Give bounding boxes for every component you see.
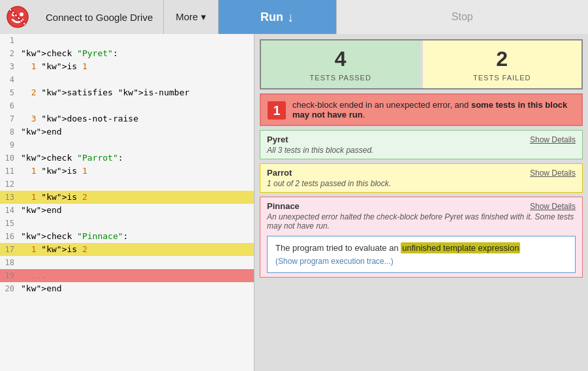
line-number: 8 — [0, 125, 18, 138]
line-content: 3 "kw">does-not-raise — [18, 112, 254, 125]
run-button[interactable]: Run ↓ — [219, 0, 336, 34]
pinnace-block-name: Pinnace — [267, 201, 300, 211]
line-content: 2 "kw">satisfies "kw">is-number — [18, 86, 254, 99]
code-line-11[interactable]: 11 1 "kw">is 1 — [0, 165, 254, 178]
pyret-show-details[interactable]: Show Details — [530, 135, 576, 144]
run-label: Run — [260, 10, 283, 24]
code-line-20[interactable]: 20"kw">end — [0, 282, 254, 295]
connect-google-drive-button[interactable]: Connect to Google Drive — [35, 0, 164, 34]
code-line-4[interactable]: 4 — [0, 73, 254, 86]
code-editor[interactable]: 12"kw">check "Pyret":3 1 "kw">is 145 2 "… — [0, 34, 255, 371]
code-line-13[interactable]: 13 1 "kw">is 2 — [0, 191, 254, 204]
failed-label: TESTS FAILED — [473, 74, 531, 82]
line-content: "kw">end — [18, 125, 254, 138]
pyret-block-name: Pyret — [267, 135, 288, 144]
line-content: "kw">check "Parrot": — [18, 152, 254, 165]
run-arrow-icon: ↓ — [287, 10, 294, 25]
svg-point-2 — [20, 12, 23, 16]
stop-button[interactable]: Stop — [336, 0, 588, 34]
tests-passed-box: 4 TESTS PASSED — [261, 40, 420, 88]
line-number: 2 — [0, 47, 18, 60]
pinnace-check-block: Pinnace Show Details An unexpected error… — [260, 197, 583, 278]
tests-failed-box: 2 TESTS FAILED — [423, 40, 582, 88]
test-summary: 4 TESTS PASSED 2 TESTS FAILED — [260, 39, 583, 89]
line-number: 10 — [0, 152, 18, 165]
code-line-1[interactable]: 1 — [0, 34, 254, 47]
line-content: "kw">check "Pyret": — [18, 47, 254, 60]
line-number: 5 — [0, 86, 18, 99]
more-button[interactable]: More ▾ — [164, 0, 218, 34]
parrot-block-desc: 1 out of 2 tests passed in this block. — [267, 179, 576, 188]
error-banner: 1 check-block ended in an unexpected err… — [260, 93, 583, 126]
pinnace-show-details[interactable]: Show Details — [530, 202, 576, 211]
error-text-after: . — [363, 110, 365, 120]
line-number: 9 — [0, 138, 18, 152]
line-number: 20 — [0, 282, 18, 295]
code-line-7[interactable]: 7 3 "kw">does-not-raise — [0, 112, 254, 125]
show-trace-link[interactable]: (Show program execution trace...) — [275, 257, 567, 266]
line-number: 11 — [0, 165, 18, 178]
code-line-14[interactable]: 14"kw">end — [0, 204, 254, 217]
line-number: 18 — [0, 256, 18, 269]
line-content: 1 "kw">is 1 — [18, 60, 254, 73]
pinnace-inner-text: The program tried to evaluate an — [275, 243, 401, 253]
line-content: "kw">end — [18, 204, 254, 217]
passed-count: 4 — [261, 47, 420, 71]
line-number: 17 — [0, 243, 18, 256]
code-line-18[interactable]: 18 — [0, 256, 254, 269]
code-line-19[interactable]: 19 ... — [0, 269, 254, 282]
unfinished-template-highlight: unfinished template expression — [401, 242, 520, 253]
code-line-6[interactable]: 6 — [0, 99, 254, 112]
line-number: 14 — [0, 204, 18, 217]
failed-count: 2 — [423, 47, 582, 71]
error-number: 1 — [268, 101, 286, 120]
code-line-2[interactable]: 2"kw">check "Pyret": — [0, 47, 254, 60]
line-content: 1 "kw">is 1 — [18, 165, 254, 178]
line-content: ... — [18, 269, 254, 282]
error-text: check-block ended in an unexpected error… — [292, 100, 575, 120]
code-line-8[interactable]: 8"kw">end — [0, 125, 254, 138]
pinnace-block-desc: An unexpected error halted the check-blo… — [267, 212, 576, 231]
line-number: 4 — [0, 73, 18, 86]
line-content: "kw">end — [18, 282, 254, 295]
line-number: 3 — [0, 60, 18, 73]
line-number: 7 — [0, 112, 18, 125]
passed-label: TESTS PASSED — [310, 74, 371, 82]
code-line-12[interactable]: 12 — [0, 178, 254, 191]
parrot-check-block: Parrot Show Details 1 out of 2 tests pas… — [260, 163, 583, 193]
line-number: 12 — [0, 178, 18, 191]
line-number: 1 — [0, 34, 18, 47]
code-line-3[interactable]: 3 1 "kw">is 1 — [0, 60, 254, 73]
line-number: 6 — [0, 99, 18, 112]
code-line-16[interactable]: 16"kw">check "Pinnace": — [0, 230, 254, 243]
parrot-show-details[interactable]: Show Details — [530, 169, 576, 178]
line-number: 13 — [0, 191, 18, 204]
line-number: 16 — [0, 230, 18, 243]
logo-icon — [6, 5, 29, 29]
parrot-block-name: Parrot — [267, 168, 292, 178]
pinnace-inner-box: The program tried to evaluate an unfinis… — [267, 236, 576, 273]
code-line-9[interactable]: 9 — [0, 138, 254, 152]
pyret-block-desc: All 3 tests in this block passed. — [267, 146, 576, 155]
code-line-10[interactable]: 10"kw">check "Parrot": — [0, 152, 254, 165]
code-line-5[interactable]: 5 2 "kw">satisfies "kw">is-number — [0, 86, 254, 99]
line-content: 1 "kw">is 2 — [18, 191, 254, 204]
logo-area — [0, 0, 35, 34]
line-content: 1 "kw">is 2 — [18, 243, 254, 256]
code-line-17[interactable]: 17 1 "kw">is 2 — [0, 243, 254, 256]
line-content: "kw">check "Pinnace": — [18, 230, 254, 243]
line-number: 19 — [0, 269, 18, 282]
pyret-check-block: Pyret Show Details All 3 tests in this b… — [260, 130, 583, 159]
line-number: 15 — [0, 217, 18, 230]
code-line-15[interactable]: 15 — [0, 217, 254, 230]
error-text-before: check-block ended in an unexpected error… — [292, 100, 471, 110]
results-panel: 4 TESTS PASSED 2 TESTS FAILED 1 check-bl… — [255, 34, 588, 371]
